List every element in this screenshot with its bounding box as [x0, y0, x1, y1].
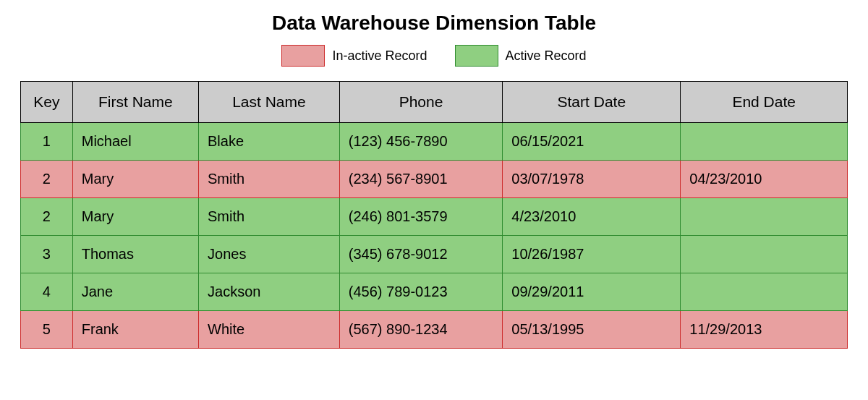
cell-start-date: 10/26/1987: [503, 236, 681, 273]
cell-last-name: Blake: [199, 123, 340, 161]
col-header-first-name: First Name: [72, 82, 198, 123]
table-row: 2MarySmith(246) 801-35794/23/2010: [21, 198, 848, 236]
cell-end-date: [681, 236, 848, 273]
cell-key: 2: [21, 198, 73, 236]
cell-first-name: Michael: [72, 123, 198, 161]
cell-first-name: Jane: [72, 273, 198, 311]
cell-start-date: 03/07/1978: [503, 161, 681, 198]
cell-end-date: [681, 198, 848, 236]
cell-last-name: Smith: [199, 161, 340, 198]
col-header-end-date: End Date: [681, 82, 848, 123]
cell-phone: (345) 678-9012: [339, 236, 503, 273]
cell-key: 4: [21, 273, 73, 311]
cell-start-date: 4/23/2010: [503, 198, 681, 236]
cell-last-name: Jackson: [199, 273, 340, 311]
dimension-table: Key First Name Last Name Phone Start Dat…: [20, 81, 848, 349]
col-header-key: Key: [21, 82, 73, 123]
cell-phone: (246) 801-3579: [339, 198, 503, 236]
legend: In-active Record Active Record: [20, 45, 848, 67]
cell-key: 1: [21, 123, 73, 161]
legend-label-active: Active Record: [506, 48, 587, 64]
col-header-last-name: Last Name: [199, 82, 340, 123]
table-row: 4JaneJackson(456) 789-012309/29/2011: [21, 273, 848, 311]
cell-first-name: Mary: [72, 198, 198, 236]
cell-start-date: 05/13/1995: [503, 311, 681, 349]
cell-start-date: 09/29/2011: [503, 273, 681, 311]
table-row: 3ThomasJones(345) 678-901210/26/1987: [21, 236, 848, 273]
cell-key: 2: [21, 161, 73, 198]
cell-last-name: Smith: [199, 198, 340, 236]
page-title: Data Warehouse Dimension Table: [20, 12, 848, 35]
cell-first-name: Frank: [72, 311, 198, 349]
cell-start-date: 06/15/2021: [503, 123, 681, 161]
swatch-inactive: [281, 45, 325, 67]
legend-label-inactive: In-active Record: [332, 48, 427, 64]
legend-item-active: Active Record: [455, 45, 587, 67]
table-row: 2MarySmith(234) 567-890103/07/197804/23/…: [21, 161, 848, 198]
cell-last-name: White: [199, 311, 340, 349]
cell-end-date: 04/23/2010: [681, 161, 848, 198]
col-header-phone: Phone: [339, 82, 503, 123]
cell-key: 3: [21, 236, 73, 273]
cell-first-name: Mary: [72, 161, 198, 198]
swatch-active: [455, 45, 498, 67]
table-header-row: Key First Name Last Name Phone Start Dat…: [21, 82, 848, 123]
table-row: 1MichaelBlake(123) 456-789006/15/2021: [21, 123, 848, 161]
cell-end-date: [681, 123, 848, 161]
col-header-start-date: Start Date: [503, 82, 681, 123]
cell-phone: (234) 567-8901: [339, 161, 503, 198]
cell-end-date: [681, 273, 848, 311]
cell-phone: (567) 890-1234: [339, 311, 503, 349]
table-row: 5FrankWhite(567) 890-123405/13/199511/29…: [21, 311, 848, 349]
cell-first-name: Thomas: [72, 236, 198, 273]
cell-end-date: 11/29/2013: [681, 311, 848, 349]
cell-key: 5: [21, 311, 73, 349]
legend-item-inactive: In-active Record: [281, 45, 427, 67]
cell-phone: (456) 789-0123: [339, 273, 503, 311]
cell-last-name: Jones: [199, 236, 340, 273]
cell-phone: (123) 456-7890: [339, 123, 503, 161]
